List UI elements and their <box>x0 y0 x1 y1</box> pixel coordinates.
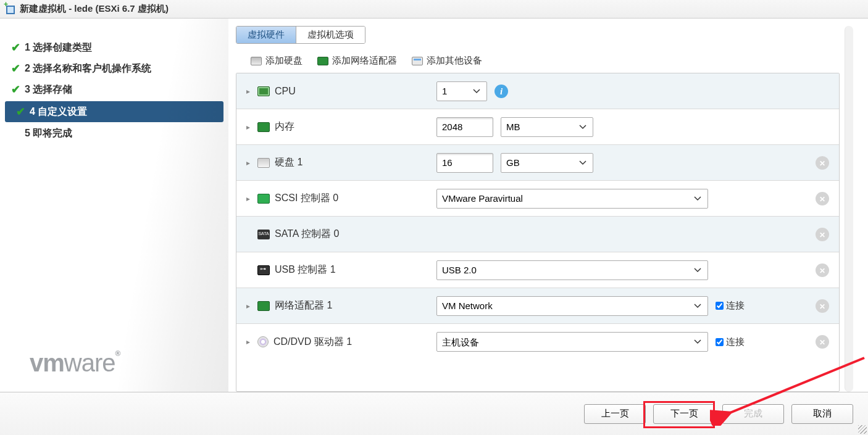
scsi-label: SCSI 控制器 0 <box>275 192 338 205</box>
row-sata-0: ▸SATASATA 控制器 0 <box>236 217 839 252</box>
tab-vm-options[interactable]: 虚拟机选项 <box>296 27 365 43</box>
expand-icon[interactable]: ▸ <box>246 87 252 96</box>
info-icon[interactable]: i <box>495 85 508 98</box>
usb-icon <box>257 265 270 275</box>
harddisk-icon <box>257 158 270 168</box>
wizard-step-5[interactable]: 5 即将完成 <box>0 123 228 144</box>
wizard-step-2[interactable]: ✔ 2 选择名称和客户机操作系统 <box>0 58 228 79</box>
wizard-step-3[interactable]: ✔ 3 选择存储 <box>0 79 228 100</box>
finish-button: 完成 <box>722 404 784 424</box>
scrollbar[interactable] <box>845 26 853 392</box>
expand-icon[interactable]: ▸ <box>246 159 252 167</box>
add-hard-disk[interactable]: 添加硬盘 <box>251 55 303 67</box>
check-icon: ✔ <box>11 83 25 96</box>
check-icon: ✔ <box>11 62 25 75</box>
remove-icon[interactable] <box>816 299 829 313</box>
row-cd-1: ▸CD/DVD 驱动器 1 主机设备 连接 <box>236 324 839 360</box>
cpu-icon <box>257 86 270 96</box>
scsi-icon <box>257 194 270 204</box>
cd-connect-checkbox[interactable] <box>716 338 724 346</box>
next-button[interactable]: 下一页 <box>653 404 715 424</box>
cpu-label: CPU <box>275 86 296 97</box>
wizard-step-1[interactable]: ✔ 1 选择创建类型 <box>0 37 228 58</box>
check-icon: ✔ <box>11 41 25 54</box>
back-button[interactable]: 上一页 <box>584 404 646 424</box>
row-harddisk-1: ▸硬盘 1 GB <box>236 145 839 181</box>
remove-icon[interactable] <box>816 263 829 277</box>
row-memory: ▸内存 MB <box>236 109 839 145</box>
add-other-device[interactable]: 添加其他设备 <box>412 55 482 67</box>
harddisk-size-input[interactable] <box>436 153 493 173</box>
row-scsi-0: ▸SCSI 控制器 0 VMware Paravirtual <box>236 181 839 217</box>
check-icon: ✔ <box>16 105 30 118</box>
device-icon <box>412 57 423 65</box>
wizard-step-4[interactable]: ✔ 4 自定义设置 <box>5 101 223 122</box>
cd-icon <box>257 336 269 347</box>
row-usb-1: ▸USB 控制器 1 USB 2.0 <box>236 252 839 288</box>
remove-icon[interactable] <box>816 228 829 241</box>
sata-icon: SATA <box>257 230 270 239</box>
nic-connect-checkbox[interactable] <box>716 302 724 310</box>
harddisk-icon <box>251 57 262 65</box>
add-hardware-bar: 添加硬盘 添加网络适配器 添加其他设备 <box>236 44 840 73</box>
new-vm-icon <box>5 4 16 15</box>
row-cpu: ▸CPU 1 i <box>236 73 839 109</box>
nic-network-select[interactable]: VM Network <box>436 296 708 316</box>
add-network-adapter[interactable]: 添加网络适配器 <box>317 55 397 67</box>
wizard-footer: 上一页 下一页 完成 取消 <box>0 392 868 435</box>
expand-icon[interactable]: ▸ <box>246 123 252 131</box>
scsi-type-select[interactable]: VMware Paravirtual <box>436 189 708 209</box>
nic-icon <box>317 57 328 65</box>
window-title: 新建虚拟机 - lede (ESXi 6.7 虚拟机) <box>20 3 169 15</box>
tab-virtual-hardware[interactable]: 虚拟硬件 <box>236 27 296 43</box>
harddisk-unit-select[interactable]: GB <box>501 153 593 173</box>
nic-label: 网络适配器 1 <box>275 299 332 312</box>
memory-icon <box>257 122 270 132</box>
cd-source-select[interactable]: 主机设备 <box>436 332 708 352</box>
nic-connect[interactable]: 连接 <box>716 300 745 312</box>
cd-label: CD/DVD 驱动器 1 <box>273 336 352 349</box>
sata-label: SATA 控制器 0 <box>275 228 339 241</box>
expand-icon[interactable]: ▸ <box>246 338 252 346</box>
tabs: 虚拟硬件 虚拟机选项 <box>236 26 365 44</box>
expand-icon[interactable]: ▸ <box>246 302 252 310</box>
vmware-logo: vmware® <box>30 349 120 377</box>
hardware-table: ▸CPU 1 i ▸内存 MB ▸硬盘 1 <box>236 73 840 392</box>
cd-connect[interactable]: 连接 <box>716 336 745 348</box>
resize-handle[interactable] <box>858 425 867 434</box>
usb-type-select[interactable]: USB 2.0 <box>436 260 708 280</box>
usb-label: USB 控制器 1 <box>275 263 336 276</box>
cpu-count-select[interactable]: 1 <box>436 81 487 101</box>
settings-panel: 虚拟硬件 虚拟机选项 添加硬盘 添加网络适配器 添加其他设备 ▸CPU 1 i <box>228 19 868 392</box>
row-nic-1: ▸网络适配器 1 VM Network 连接 <box>236 288 839 324</box>
memory-label: 内存 <box>275 120 294 133</box>
cancel-button[interactable]: 取消 <box>791 404 853 424</box>
remove-icon[interactable] <box>816 335 829 349</box>
nic-icon <box>257 301 270 311</box>
memory-input[interactable] <box>436 117 493 137</box>
expand-icon[interactable]: ▸ <box>246 194 252 203</box>
memory-unit-select[interactable]: MB <box>501 117 593 137</box>
harddisk-label: 硬盘 1 <box>275 156 303 169</box>
remove-icon[interactable] <box>816 156 829 170</box>
wizard-nav: ✔ 1 选择创建类型 ✔ 2 选择名称和客户机操作系统 ✔ 3 选择存储 ✔ 4… <box>0 19 228 392</box>
titlebar: 新建虚拟机 - lede (ESXi 6.7 虚拟机) <box>0 0 868 19</box>
remove-icon[interactable] <box>816 192 829 205</box>
